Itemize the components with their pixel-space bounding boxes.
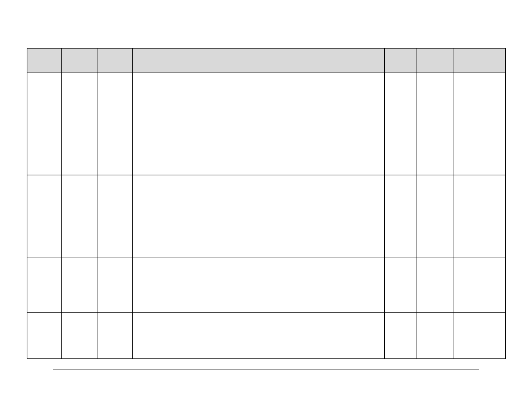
table-cell [453,313,506,359]
table-row [27,73,506,175]
table-cell [27,175,62,257]
table-header-cell [98,49,133,73]
table-cell [98,73,133,175]
footer-divider [53,370,479,370]
table-row [27,313,506,359]
table-cell [27,257,62,313]
table-cell [453,175,506,257]
table-header-cell [453,49,506,73]
table-cell [27,313,62,359]
table-cell [62,313,98,359]
page [0,0,532,412]
table-header-cell [27,49,62,73]
table-cell [417,313,453,359]
table-cell [385,313,417,359]
table-cell [385,73,417,175]
data-table [27,48,506,359]
table-cell [453,257,506,313]
table-header-cell [133,49,385,73]
table-row [27,175,506,257]
table-row [27,257,506,313]
table-cell [27,73,62,175]
table-cell [417,257,453,313]
table-cell [133,175,385,257]
table-cell [133,257,385,313]
table-cell [417,175,453,257]
table-cell [417,73,453,175]
table-cell [385,257,417,313]
table-header-cell [417,49,453,73]
table-cell [62,73,98,175]
table-header-row [27,49,506,73]
table-cell [98,257,133,313]
table-cell [98,175,133,257]
table-header-cell [62,49,98,73]
table-cell [62,257,98,313]
table-cell [133,313,385,359]
table-header-cell [385,49,417,73]
table-cell [453,73,506,175]
table-cell [98,313,133,359]
table-cell [385,175,417,257]
table-cell [62,175,98,257]
table-cell [133,73,385,175]
